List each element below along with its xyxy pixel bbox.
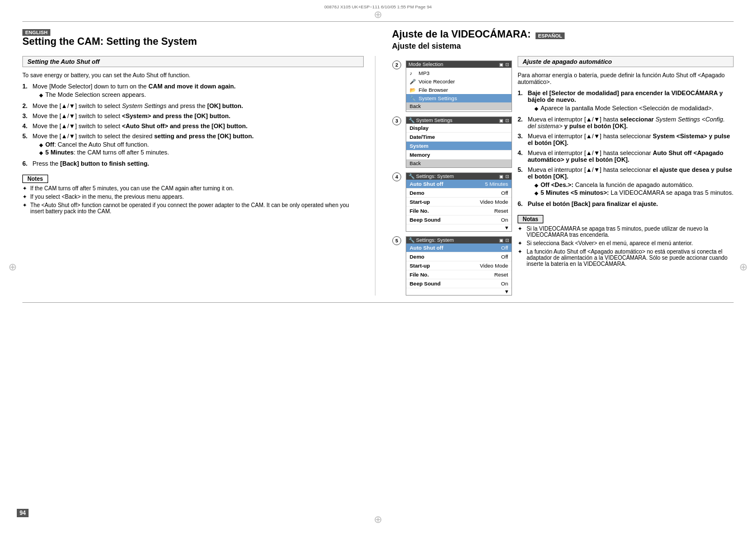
sp-note-cross-2: ✦ <box>518 240 524 246</box>
spanish-intro: Para ahorrar energía o batería, puede de… <box>518 72 734 85</box>
beep-5-value: On <box>501 280 508 287</box>
screen-5-title: 🔧 Settings: System <box>408 237 454 243</box>
sp-step-3-content: Mueva el interruptor [▲/▼] hasta selecci… <box>528 133 734 146</box>
step-5-bullet-2: 5 Minutes: the CAM turns off after 5 min… <box>45 149 169 156</box>
screen-5-arrow: ▼ <box>406 288 511 295</box>
screen-3-icon-1: ▣ <box>499 118 504 123</box>
english-section-title: Setting the Auto Shut off <box>22 56 364 67</box>
sp-note-3: ✦ La función Auto Shut off <Apagado auto… <box>518 249 734 267</box>
crosshair-right: ⊕ <box>739 261 748 273</box>
crosshair-left: ⊕ <box>8 261 17 273</box>
settings-row-startup-5: Start-up Video Mode <box>406 261 511 270</box>
demo-4-label: Demo <box>410 190 424 196</box>
screen-3-header: 🔧 System Settings ▣ ⊡ <box>406 117 511 124</box>
spanish-text-col: Ajuste de apagado automático Para ahorra… <box>518 56 734 296</box>
menu-item-system-label: System Settings <box>419 95 457 101</box>
sp-step-6: 6. Pulse el botón [Back] para finalizar … <box>518 200 734 207</box>
step-6-content: Press the [Back] button to finish settin… <box>32 160 364 167</box>
mp3-icon: ♪ <box>410 71 416 76</box>
step-3-content: Move the [▲/▼] switch to select <System>… <box>32 113 364 119</box>
step-4-content: Move the [▲/▼] switch to select <Auto Sh… <box>32 123 364 129</box>
demo-5-label: Demo <box>410 254 424 260</box>
beep-4-label: Beep Sound <box>410 217 440 223</box>
spanish-col: 2 Mode Selection ▣ ⊡ <box>387 56 734 296</box>
note-cross-1: ✦ <box>22 185 28 191</box>
screen-5-icons: ▣ ⊡ <box>499 237 509 243</box>
screen-4-header: 🔧 Settings: System ▣ ⊡ <box>406 173 511 180</box>
demo-5-value: Off <box>501 254 509 260</box>
startup-4-value: Video Mode <box>480 199 508 205</box>
icon-memory: ⊡ <box>505 62 509 67</box>
english-col: Setting the Auto Shut off To save energy… <box>22 56 375 296</box>
autoshutoff-5-label: Auto Shut off <box>410 245 443 251</box>
step-1: 1. Move [Mode Selector] down to turn on … <box>22 83 364 99</box>
screen-5: 🔧 Settings: System ▣ ⊡ Auto Shut off Off <box>406 236 512 296</box>
screen-5-icon-1: ▣ <box>499 238 504 243</box>
note-2: ✦ If you select <Back> in the menu, the … <box>22 194 364 200</box>
datetime-label: Date/Time <box>410 134 435 140</box>
sp-note-3-text: La función Auto Shut off <Apagado automá… <box>527 249 734 267</box>
back-2-label: Back <box>410 104 421 109</box>
sp-note-cross-3: ✦ <box>518 249 524 267</box>
note-3: ✦ The <Auto Shut off> function cannot be… <box>22 202 364 214</box>
startup-5-label: Start-up <box>410 263 430 269</box>
sp-step-5: 5. Mueva el interruptor [▲/▼] hasta sele… <box>518 166 734 197</box>
settings-row-display: Display <box>406 124 511 133</box>
sp-step-1-num: 1. <box>518 90 525 113</box>
screen-2-item: 2 Mode Selection ▣ ⊡ <box>392 60 512 112</box>
icon-battery: ▣ <box>499 62 504 67</box>
sp-note-1-text: Si la VIDEOCÁMARA se apaga tras 5 minuto… <box>527 226 734 238</box>
sp-bullet-diamond-1: ◆ <box>534 106 538 111</box>
spanish-steps: 1. Baje el [Selector de modalidad] para … <box>518 90 734 207</box>
menu-item-mp3: ♪ MP3 <box>406 69 511 77</box>
sp-step-6-content: Pulse el botón [Back] para finalizar el … <box>528 200 734 207</box>
sp-step-2: 2. Mueva el interruptor [▲/▼] hasta sele… <box>518 116 734 129</box>
header-area: ENGLISH Setting the CAM: Setting the Sys… <box>22 29 734 50</box>
menu-item-file: 📂 File Browser <box>406 86 511 94</box>
screen-4-title: 🔧 Settings: System <box>408 174 454 179</box>
sp-step-3-num: 3. <box>518 133 525 146</box>
step-2: 2. Move the [▲/▼] switch to select Syste… <box>22 102 364 109</box>
menu-item-back-3: Back <box>406 160 511 167</box>
step-1-content: Move [Mode Selector] down to turn on the… <box>32 83 364 99</box>
sp-step-5-num: 5. <box>518 166 525 197</box>
settings-row-fileno-4: File No. Reset <box>406 207 511 216</box>
screen-4-item: 4 🔧 Settings: System ▣ ⊡ Auto Shut off <box>392 172 512 232</box>
settings-row-startup-4: Start-up Video Mode <box>406 198 511 207</box>
screen-4-icons: ▣ ⊡ <box>499 174 509 179</box>
sp-step-5-bullet-1: Off <Des.>: Cancela la función de apagad… <box>541 181 693 188</box>
step-1-num: 1. <box>22 83 30 99</box>
settings-row-memory: Memory <box>406 151 511 160</box>
bullet-diamond-3: ◆ <box>39 150 43 156</box>
system-icon: 🔧 <box>410 96 416 101</box>
sp-note-cross-1: ✦ <box>518 226 524 238</box>
step-5: 5. Move the [▲/▼] switch to select the d… <box>22 133 364 157</box>
menu-item-file-label: File Browser <box>419 87 448 93</box>
page-number: 94 <box>17 509 29 517</box>
note-1-text: If the CAM turns off after 5 minutes, yo… <box>30 185 234 191</box>
back-3-label: Back <box>410 161 421 166</box>
fileno-4-label: File No. <box>410 208 429 214</box>
screen-3-title: 🔧 System Settings <box>408 118 453 123</box>
screen-4-icon-1: ▣ <box>499 174 504 179</box>
step-2-content: Move the [▲/▼] switch to select System S… <box>32 102 364 109</box>
screen-2-header: Mode Selection ▣ ⊡ <box>406 61 511 68</box>
screen-4-arrow: ▼ <box>406 224 511 231</box>
english-main-title: Setting the CAM: Setting the System <box>22 36 364 48</box>
bullet-diamond-2: ◆ <box>39 142 43 148</box>
sp-step-3: 3. Mueva el interruptor [▲/▼] hasta sele… <box>518 133 734 146</box>
fileno-5-label: File No. <box>410 271 429 278</box>
crosshair-top: ⊕ <box>374 8 382 21</box>
startup-5-value: Video Mode <box>480 263 508 269</box>
sp-step-6-num: 6. <box>518 200 525 207</box>
autoshutoff-4-label: Auto Shut off <box>410 181 443 187</box>
crosshair-bottom: ⊕ <box>374 513 382 526</box>
memory-label: Memory <box>410 152 430 158</box>
bullet-diamond: ◆ <box>39 92 43 98</box>
sp-step-5-content: Mueva el interruptor [▲/▼] hasta selecci… <box>528 166 734 197</box>
step-3: 3. Move the [▲/▼] switch to select <Syst… <box>22 113 364 119</box>
screen-4: 🔧 Settings: System ▣ ⊡ Auto Shut off 5 M… <box>406 172 512 232</box>
screen-2: Mode Selection ▣ ⊡ ♪ MP3 <box>406 60 512 112</box>
english-badge: ENGLISH <box>22 29 50 36</box>
display-label: Display <box>410 125 429 131</box>
